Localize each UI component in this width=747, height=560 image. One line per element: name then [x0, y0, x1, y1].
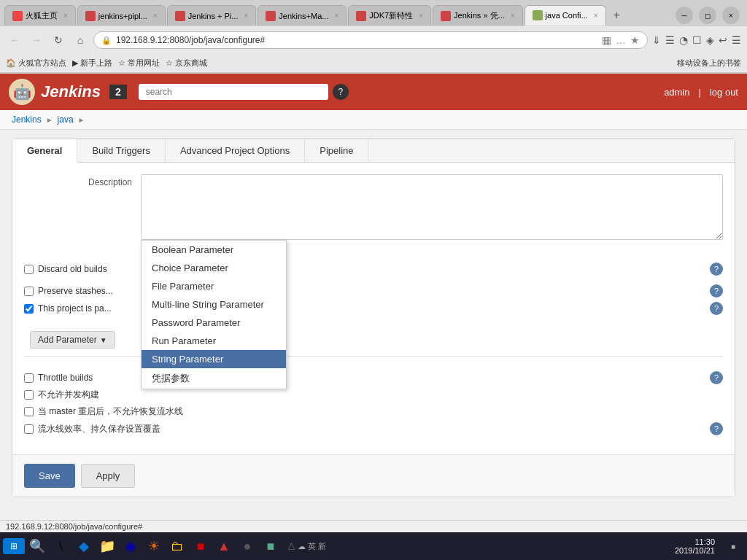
help-circle-5[interactable]: ? [710, 422, 723, 435]
tab-close[interactable]: × [244, 12, 248, 20]
new-tab-button[interactable]: + [608, 6, 626, 25]
tab-jenkins-ma[interactable]: Jenkins+Ma... × [258, 5, 347, 26]
bookmark-mobile[interactable]: 移动设备上的书签 [677, 58, 741, 69]
address-box[interactable]: 🔒 192.168.9.12:8080/job/java/configure# … [93, 31, 648, 49]
tab-close[interactable]: × [511, 12, 515, 20]
more-icon[interactable]: … [616, 34, 626, 46]
throttle-checkbox[interactable] [24, 373, 34, 383]
tab-label: jenkins+pipl... [98, 12, 147, 20]
bookmark-star-icon[interactable]: ★ [630, 34, 640, 46]
dropdown-item-credential[interactable]: 凭据参数 [142, 368, 286, 389]
project-param-checkbox[interactable] [24, 304, 34, 314]
dropdown-item-multiline[interactable]: Multi-line String Parameter [142, 295, 286, 314]
taskbar-app3-icon[interactable]: ● [236, 535, 258, 557]
minimize-button[interactable]: ─ [676, 7, 693, 24]
save-button[interactable]: Save [24, 464, 75, 488]
project-param-label: This project is pa... [38, 303, 112, 314]
tab-close[interactable]: × [63, 12, 68, 20]
help-circle-3[interactable]: ? [710, 302, 723, 315]
history-icon[interactable]: ↩ [719, 34, 727, 46]
notification-badge[interactable]: 2 [109, 85, 127, 99]
bookmark-common[interactable]: ☆ 常用网址 [118, 58, 160, 69]
tab-close[interactable]: × [334, 12, 338, 20]
taskbar-explorer-icon[interactable]: 📁 [96, 535, 118, 557]
taskbar-app4-icon[interactable]: ■ [260, 535, 282, 557]
tab-jenkins-pipl[interactable]: jenkins+pipl... × [77, 5, 166, 26]
breadcrumb-jenkins[interactable]: Jenkins [12, 114, 42, 125]
tab-close[interactable]: × [419, 12, 423, 20]
show-desktop-button[interactable]: ■ [722, 535, 744, 557]
discard-checkbox[interactable] [24, 265, 34, 274]
close-button[interactable]: × [722, 7, 740, 24]
add-param-container: Add Parameter ▼ [30, 328, 723, 349]
screenshot-icon[interactable]: ☐ [692, 34, 702, 46]
taskbar-edge-icon[interactable]: ◆ [73, 535, 95, 557]
tab-label: Jenkins » 凭... [454, 10, 505, 21]
tab-jenkins-pi[interactable]: Jenkins + Pi... × [167, 5, 257, 26]
tab-build-triggers[interactable]: Build Triggers [77, 139, 165, 162]
tab-jenkins-cred[interactable]: Jenkins » 凭... × [433, 5, 523, 26]
sync-icon[interactable]: ◔ [679, 34, 688, 46]
throttle-label: Throttle builds [38, 373, 93, 383]
bookmark-getting-started[interactable]: ▶ 新手上路 [72, 58, 112, 69]
dropdown-item-choice[interactable]: Choice Parameter [142, 259, 286, 277]
library-icon[interactable]: ☰ [665, 34, 675, 46]
home-button[interactable]: ⌂ [71, 31, 89, 49]
bookmark-firefox[interactable]: 🏠 火狐官方站点 [6, 58, 66, 69]
taskbar-firefox-icon[interactable]: ☀ [143, 535, 165, 557]
taskbar-ie-icon[interactable]: ◉ [120, 535, 142, 557]
tab-label: Jenkins+Ma... [279, 12, 328, 20]
restore-button[interactable]: ◻ [699, 7, 716, 24]
taskbar-date-text: 2019/10/21 [675, 546, 715, 555]
pipe-separator: | [699, 87, 701, 98]
qr-icon[interactable]: ▦ [602, 34, 611, 46]
pipeline-speed-checkbox[interactable] [24, 424, 34, 434]
description-textarea[interactable] [141, 174, 723, 240]
help-circle-2[interactable]: ? [710, 284, 723, 298]
tab-jdk7[interactable]: JDK7新特性 × [348, 5, 431, 26]
tab-firefox-home[interactable]: 火狐主页 × [4, 5, 76, 26]
tab-pipeline[interactable]: Pipeline [305, 139, 368, 162]
back-button[interactable]: ← [6, 31, 23, 49]
dropdown-item-password[interactable]: Password Parameter [142, 314, 286, 332]
help-circle-4[interactable]: ? [710, 371, 723, 384]
apply-button[interactable]: Apply [81, 464, 136, 488]
no-resume-checkbox[interactable] [24, 407, 34, 416]
refresh-button[interactable]: ↻ [50, 31, 67, 49]
forward-button[interactable]: → [28, 31, 45, 49]
add-parameter-button[interactable]: Add Parameter ▼ [30, 331, 115, 349]
status-bar: 192.168.9.12:8080/job/java/configure# [0, 520, 747, 532]
config-body: Description Boolean Parameter Choice Par… [12, 163, 735, 454]
username-link[interactable]: admin [664, 87, 689, 98]
taskbar-task-view-icon[interactable]: ⧵ [50, 535, 71, 557]
start-button[interactable]: ⊞ [3, 538, 25, 554]
discard-help-icon[interactable]: ? [710, 262, 723, 276]
preserve-checkbox[interactable] [24, 287, 34, 296]
tab-java-config[interactable]: java Confi... × [525, 5, 606, 26]
logout-link[interactable]: log out [710, 87, 738, 98]
taskbar-files-icon[interactable]: 🗀 [166, 535, 188, 557]
header-search: ? [139, 84, 652, 100]
dropdown-item-file[interactable]: File Parameter [142, 277, 286, 295]
taskbar-app2-icon[interactable]: ▲ [213, 535, 235, 557]
dropdown-item-run[interactable]: Run Parameter [142, 332, 286, 350]
bookmark-jd[interactable]: ☆ 京东商城 [166, 58, 207, 69]
checkbox-no-concurrent: 不允许并发构建 [24, 389, 723, 401]
download-icon[interactable]: ⇓ [652, 34, 661, 46]
taskbar-search-icon[interactable]: 🔍 [26, 535, 48, 557]
help-circle-1[interactable]: ? [710, 262, 723, 276]
tab-close[interactable]: × [153, 12, 158, 20]
bookmark-label3: 常用网址 [128, 58, 160, 69]
tab-general[interactable]: General [12, 139, 77, 163]
breadcrumb-java[interactable]: java [58, 114, 74, 125]
tab-close[interactable]: × [594, 12, 598, 20]
dropdown-item-boolean[interactable]: Boolean Parameter [142, 241, 286, 259]
tab-advanced-project-options[interactable]: Advanced Project Options [166, 139, 305, 162]
taskbar-app1-icon[interactable]: ■ [190, 535, 212, 557]
dropdown-item-string[interactable]: String Parameter [142, 350, 286, 368]
search-input[interactable] [139, 84, 328, 100]
pocket-icon[interactable]: ◈ [706, 34, 714, 46]
search-help-icon[interactable]: ? [333, 84, 349, 100]
menu-icon[interactable]: ☰ [732, 34, 741, 46]
no-concurrent-checkbox[interactable] [24, 390, 34, 400]
